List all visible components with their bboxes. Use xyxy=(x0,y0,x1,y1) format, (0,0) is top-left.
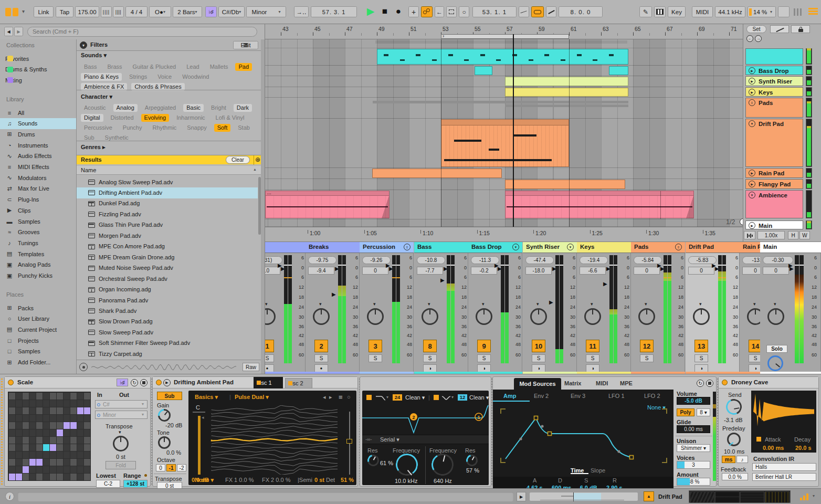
poly-voices-selector[interactable]: 8 ▾ xyxy=(697,408,710,416)
results-name-header[interactable]: Name▲ xyxy=(77,166,261,175)
track-header-main[interactable]: ▶Main xyxy=(745,220,803,229)
clip[interactable] xyxy=(475,66,492,75)
volume-field[interactable]: -7.7 xyxy=(417,267,443,275)
filter-tag-bright[interactable]: Bright xyxy=(208,104,229,112)
predelay-knob[interactable] xyxy=(727,433,741,446)
sidebar-item-audio-effects[interactable]: ∿Audio Effects xyxy=(0,151,76,162)
transpose-knob[interactable] xyxy=(113,436,129,452)
scale-cell[interactable] xyxy=(36,407,43,414)
strip-header[interactable]: Main xyxy=(760,242,821,253)
track-activator-number[interactable]: 12 xyxy=(640,340,654,352)
track-header-drift-pad[interactable]: ▼Drift Pad xyxy=(745,119,803,167)
result-row[interactable]: Slow Sweep Pad.adv xyxy=(77,327,258,338)
scale-cell[interactable] xyxy=(70,466,77,473)
strip-header[interactable]: Pads≡ xyxy=(631,242,685,253)
stop-button[interactable]: ■ xyxy=(379,5,391,18)
key-scale-selector[interactable]: Minor ▾ xyxy=(246,6,286,17)
playhead[interactable] xyxy=(513,34,514,227)
scale-cell[interactable] xyxy=(64,393,70,400)
unfold-icon[interactable]: ▼ xyxy=(749,120,755,127)
result-row[interactable]: Slow Drown Pad.adg xyxy=(77,317,258,327)
mixer-strip-pads[interactable]: Pads≡-5.840▶▾12S▶6061218243036424860 xyxy=(631,242,685,374)
position-slider-handle[interactable] xyxy=(346,439,352,444)
filter-tag-voice[interactable]: Voice xyxy=(154,73,175,81)
ms-mode-button[interactable]: ms xyxy=(722,456,735,463)
scale-cell[interactable] xyxy=(43,415,49,422)
scale-cell[interactable] xyxy=(50,459,56,466)
crossfade-knob[interactable] xyxy=(767,355,783,371)
scale-cell[interactable] xyxy=(84,437,90,444)
mixer-strip-rain-p[interactable]: Rain P-13.0▶▾14S◑6061218243036424860 xyxy=(740,242,760,374)
filter-tag-inharmonic[interactable]: Inharmonic xyxy=(173,114,208,122)
result-row[interactable]: Panorama Pad.adv xyxy=(77,295,258,306)
group-fold-icon[interactable]: ≡ xyxy=(675,244,682,250)
scale-cell[interactable] xyxy=(70,400,77,407)
scale-cell[interactable] xyxy=(29,429,36,436)
drag-handle-strip[interactable] xyxy=(1,379,3,485)
scale-cell[interactable] xyxy=(36,400,43,407)
track-header-bass-drop[interactable]: ▶Bass Drop xyxy=(745,66,803,75)
scale-cell[interactable] xyxy=(16,474,22,480)
key-map-button[interactable]: Key xyxy=(668,6,686,17)
browser-back-button[interactable]: ◀ xyxy=(4,27,13,36)
subtab-lfo-1[interactable]: LFO 1 xyxy=(608,393,637,400)
wavetable-category-selector[interactable]: Basics ▾ xyxy=(195,394,231,401)
key-signature-icon[interactable]: ♭♯ xyxy=(205,6,217,17)
result-row[interactable]: Dunkel Pad.adg xyxy=(77,198,258,209)
sync-mode-button[interactable]: ♪ xyxy=(736,456,748,463)
clip[interactable] xyxy=(505,191,694,218)
output-meter-icon[interactable] xyxy=(800,492,811,501)
fixed-grid-h-button[interactable]: H xyxy=(788,231,798,239)
mixer-strip-synth-riser[interactable]: Synth Riser▼-47.4-18.0▶▾10S◑▶60612182430… xyxy=(523,242,577,374)
sidebar-item-packs[interactable]: ⊞Packs xyxy=(0,302,76,313)
scale-cell[interactable] xyxy=(36,474,43,480)
crossfade-assign-button[interactable]: ◑ xyxy=(423,364,437,372)
track-activator-number[interactable]: 1 xyxy=(265,340,274,352)
gain-knob[interactable] xyxy=(155,406,173,424)
scale-cell[interactable] xyxy=(16,444,22,451)
sidebar-item-projects[interactable]: □Projects xyxy=(0,335,76,346)
octave-button-0[interactable]: 0 xyxy=(156,464,165,471)
sidebar-item-punchy-kicks[interactable]: ▣Punchy Kicks xyxy=(0,270,76,281)
track-header-pads[interactable]: ≡Pads xyxy=(745,98,803,118)
arm-button[interactable]: ● xyxy=(265,364,274,372)
result-row[interactable]: Drifting Ambient Pad.adv xyxy=(77,187,258,198)
osc-gain-slider[interactable] xyxy=(198,416,201,475)
scale-cell[interactable] xyxy=(16,429,22,436)
pan-knob[interactable] xyxy=(313,308,330,325)
scale-cell[interactable] xyxy=(43,452,49,458)
scale-cell[interactable] xyxy=(16,459,22,466)
range-value[interactable]: +128 st xyxy=(123,480,148,488)
result-row[interactable]: Orchestral Sweep Pad.adv xyxy=(77,274,258,284)
volume-field[interactable]: 0 xyxy=(688,267,714,275)
scale-cell[interactable] xyxy=(57,393,63,400)
play-track-icon[interactable]: ▶ xyxy=(749,78,755,85)
sidebar-item-templates[interactable]: ▤Templates xyxy=(0,248,76,259)
filter-tag-digital[interactable]: Digital xyxy=(81,114,103,122)
result-row[interactable]: Analog Slow Sweep Pad.adv xyxy=(77,177,258,187)
track-activator-number[interactable]: 3 xyxy=(369,340,382,352)
track-activator-number[interactable]: 9 xyxy=(477,340,491,352)
scale-cell[interactable] xyxy=(77,415,83,422)
draw-selection-icon[interactable] xyxy=(446,6,457,17)
expand-device-icon[interactable]: ▶ xyxy=(163,379,171,386)
ableton-logo[interactable] xyxy=(4,7,20,17)
set-locators-button[interactable]: Set xyxy=(746,25,766,33)
filter-tag-evolving[interactable]: Evolving xyxy=(141,114,170,122)
filter-tag-strings[interactable]: Strings xyxy=(126,73,150,81)
track-activator-number[interactable]: 10 xyxy=(532,340,545,352)
feedback-value[interactable]: 0.0 % xyxy=(722,473,748,480)
scale-cell[interactable] xyxy=(70,452,77,458)
scale-cell[interactable] xyxy=(70,429,77,436)
scale-cell[interactable] xyxy=(43,474,49,480)
tone-knob[interactable] xyxy=(158,436,171,449)
scale-cell[interactable] xyxy=(50,415,56,422)
play-track-icon[interactable]: ▶ xyxy=(749,89,755,96)
fx2-value[interactable]: FX 2 0.0 % xyxy=(262,477,299,483)
scale-cell[interactable] xyxy=(16,452,22,458)
pan-knob[interactable] xyxy=(638,308,655,325)
scale-cell[interactable] xyxy=(9,400,15,407)
track-header-unnamed[interactable] xyxy=(745,48,803,65)
scale-cell[interactable] xyxy=(57,437,63,444)
scale-cell[interactable] xyxy=(29,400,36,407)
